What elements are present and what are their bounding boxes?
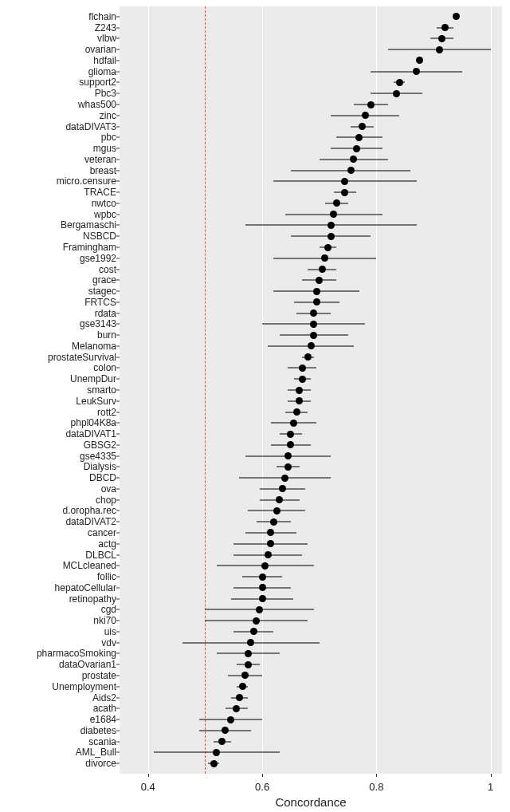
data-point [308,342,315,349]
y-tick-label: Dialysis [84,462,116,471]
data-point [396,79,403,86]
data-point [299,376,306,383]
data-point [293,408,300,416]
y-tick-label: divorce [85,759,116,768]
y-tick-label: prostate [82,671,116,680]
y-tick-mark [116,291,120,292]
data-point [328,222,335,229]
y-tick-mark [116,170,120,171]
y-tick-label: flchain [88,12,116,22]
data-point [319,266,326,273]
data-point [210,760,218,767]
y-tick-label: NSBCD [83,231,116,241]
data-point [416,57,423,64]
data-point [259,584,266,591]
data-point [245,650,252,657]
data-point [310,332,317,339]
y-tick-mark [116,697,120,698]
data-point [313,298,320,305]
y-tick-label: ovarian [85,45,116,54]
x-tick-mark [148,774,149,777]
y-tick-label: hdfail [93,56,116,65]
data-point [218,738,226,745]
y-tick-label: Bergamaschi [61,220,116,230]
y-tick-mark [116,60,120,61]
y-tick-label: dataDIVAT2 [65,517,116,526]
y-tick-mark [116,467,120,467]
grid-line [491,6,492,774]
data-point [267,529,274,536]
y-tick-label: MCLcleaned [63,561,116,570]
data-point [316,277,323,284]
y-tick-label: Z243 [95,23,116,33]
y-tick-label: mgus [93,144,116,153]
grid-line [148,6,149,774]
y-tick-mark [116,357,120,357]
y-tick-mark [116,543,120,544]
data-point [227,716,234,723]
x-axis-title: Concordance [120,795,502,809]
data-point [270,518,277,526]
data-point [333,199,340,207]
data-point [284,463,292,471]
data-point [253,617,260,625]
data-point [273,507,280,514]
y-tick-mark [116,675,120,676]
data-point [324,244,332,251]
y-tick-label: prostateSurvival [48,353,116,362]
y-tick-label: e1684 [90,715,116,724]
y-tick-label: AML_Bull [76,747,116,757]
y-tick-mark [116,390,120,391]
y-tick-label: DBCD [89,473,116,483]
y-tick-label: dataDIVAT1 [65,429,116,439]
y-tick-label: Unemployment [52,682,116,692]
y-tick-label: gse3143 [80,319,116,329]
y-tick-label: LeukSurv [76,396,116,406]
y-tick-mark [116,137,120,138]
y-tick-mark [116,27,120,28]
y-tick-mark [116,763,120,764]
data-point [233,705,240,712]
y-tick-mark [116,225,120,226]
y-tick-mark [116,566,120,566]
data-point [350,156,357,163]
y-tick-mark [116,82,120,83]
y-tick-label: whas500 [78,100,116,109]
data-point [438,35,445,42]
y-tick-mark [116,587,120,588]
data-point [299,365,306,372]
y-tick-mark [116,324,120,325]
y-tick-label: pharmacoSmoking [37,648,116,658]
y-tick-mark [116,236,120,237]
y-tick-mark [116,38,120,39]
data-point [290,420,297,427]
y-tick-mark [116,686,120,687]
y-tick-label: UnempDur [70,374,116,384]
data-point [279,485,286,492]
y-tick-mark [116,532,120,533]
y-tick-mark [116,499,120,500]
y-tick-mark [116,93,120,94]
y-tick-label: Aids2 [92,693,116,703]
data-point [287,441,294,448]
y-tick-mark [116,400,120,401]
data-point [276,496,283,503]
y-tick-mark [116,434,120,435]
y-tick-label: cgd [101,605,116,614]
y-tick-mark [116,148,120,149]
y-tick-mark [116,247,120,248]
y-tick-label: dataOvarian1 [59,660,116,669]
y-tick-mark [116,752,120,753]
y-tick-mark [116,126,120,127]
y-tick-label: d.oropha.rec [63,506,116,515]
y-tick-mark [116,16,120,17]
data-point [296,387,303,394]
y-tick-mark [116,444,120,445]
y-tick-mark [116,577,120,577]
data-point [441,24,449,31]
y-tick-mark [116,478,120,479]
y-tick-mark [116,708,120,709]
y-tick-label: scania [88,737,116,747]
y-tick-label: nki70 [93,616,116,625]
grid-line [262,6,263,774]
